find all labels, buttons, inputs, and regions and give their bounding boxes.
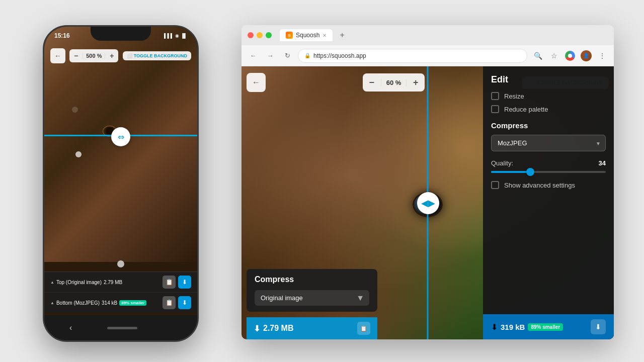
phone-size-badge: 89% smaller — [119, 300, 146, 306]
squoosh-source-select[interactable]: Original image — [255, 290, 369, 306]
squoosh-quality-label: Quality: — [491, 159, 513, 167]
phone-battery-icon: ▐▌ — [181, 33, 187, 38]
squoosh-original-file-size: 2.79 MB — [263, 324, 293, 333]
browser-window: S Squoosh ✕ + ← → ↻ 🔒 https://squoosh.ap… — [242, 25, 614, 339]
squoosh-compare-handle[interactable]: ◀▶ — [417, 192, 439, 214]
squoosh-advanced-settings-row: Show advanced settings — [491, 181, 606, 189]
squoosh-quality-slider-thumb[interactable] — [526, 168, 534, 176]
browser-new-tab-button[interactable]: + — [337, 31, 347, 40]
squoosh-zoom-controls: − 60 % + — [363, 73, 425, 92]
phone-file-size-original: 2.79 MB — [104, 280, 122, 285]
phone-file-row-compressed: ▲ Bottom (MozJPEG) 314 kB 89% smaller 📋 … — [44, 292, 197, 313]
phone-file-label-original: ▲ Top (Original image) 2.79 MB — [50, 280, 122, 285]
phone-nav-bar: ‹ — [44, 315, 197, 340]
squoosh-zoom-out-button[interactable]: − — [363, 73, 381, 92]
squoosh-original-size-bar: ⬇ 2.79 MB 📋 — [247, 317, 377, 339]
phone-wifi-icon: ◉ — [175, 33, 179, 38]
phone-zoom-in-button[interactable]: + — [105, 49, 118, 62]
browser-bookmark-button[interactable]: ☆ — [547, 49, 560, 62]
phone-back-button[interactable]: ← — [50, 48, 65, 63]
squoosh-codec-select[interactable]: MozJPEG — [491, 135, 606, 151]
squoosh-quality-row: Quality: 34 — [491, 159, 606, 167]
browser-url: https://squoosh.app — [313, 52, 366, 59]
squoosh-copy-button-left[interactable]: 📋 — [357, 322, 370, 335]
squoosh-compress-select-wrap: Original image ▼ — [247, 288, 377, 312]
squoosh-quality-value: 34 — [599, 159, 606, 167]
squoosh-output-size-badge: 89% smaller — [528, 323, 563, 331]
phone-bottom-panel: ▲ Top (Original image) 2.79 MB 📋 ⬇ ▲ Bot… — [44, 272, 197, 313]
squoosh-resize-checkbox[interactable] — [491, 92, 499, 100]
browser-search-button[interactable]: 🔍 — [531, 49, 544, 62]
profile-avatar-image: 👤 — [581, 50, 592, 61]
phone-body: ← − 500 % + ⬜ TOGGLE BACKGROUND ⇔ — [43, 25, 199, 342]
squoosh-reduce-palette-label: Reduce palette — [504, 106, 548, 113]
squoosh-advanced-settings-checkbox[interactable] — [491, 181, 499, 189]
phone-file-name-original: Top (Original image) — [56, 280, 102, 285]
squoosh-output-download-button[interactable]: ⬇ — [591, 319, 606, 334]
squoosh-zoom-value: 60 % — [381, 79, 407, 86]
browser-tab-title: Squoosh — [296, 32, 319, 39]
browser-minimize-button[interactable] — [257, 32, 263, 38]
browser-tab-squoosh[interactable]: S Squoosh ✕ — [280, 29, 333, 41]
browser-maximize-button[interactable] — [266, 32, 272, 38]
phone-copy-icon-original[interactable]: 📋 — [163, 276, 176, 289]
phone-file-chevron-1: ▲ — [50, 280, 54, 285]
browser-addressbar: ← → ↻ 🔒 https://squoosh.app 🔍 ☆ 👤 ⋮ — [242, 45, 614, 66]
phone-file-label-compressed: ▲ Bottom (MozJPEG) 314 kB 89% smaller — [50, 300, 146, 306]
phone-status-icons: ▌▌▌ ◉ ▐▌ — [164, 33, 187, 38]
squoosh-quality-slider-track[interactable] — [491, 171, 606, 173]
browser-back-nav-button[interactable]: ← — [247, 49, 260, 62]
phone-toggle-background-button[interactable]: ⬜ TOGGLE BACKGROUND — [123, 51, 191, 60]
squoosh-download-icon-left[interactable]: ⬇ — [254, 324, 260, 333]
squoosh-advanced-settings-label: Show advanced settings — [504, 182, 575, 189]
squoosh-output-size-bar: ⬇ 319 kB 89% smaller ⬇ — [483, 314, 614, 339]
squoosh-compress-section-title: Compress — [491, 121, 606, 130]
squoosh-output-dl-icon[interactable]: ⬇ — [491, 322, 498, 332]
squoosh-original-size-display: ⬇ 2.79 MB — [254, 324, 293, 333]
browser-refresh-button[interactable]: ↻ — [281, 49, 294, 62]
phone-file-chevron-2: ▲ — [50, 301, 54, 305]
browser-profile-avatar[interactable]: 👤 — [580, 49, 593, 62]
phone-zoom-out-button[interactable]: − — [69, 49, 83, 62]
squoosh-edit-title: Edit — [491, 74, 606, 85]
squoosh-reduce-palette-row: Reduce palette — [491, 105, 606, 113]
phone-toggle-bg-label: TOGGLE BACKGROUND — [134, 53, 187, 58]
browser-lock-icon: 🔒 — [304, 53, 310, 58]
phone-signal-icon: ▌▌▌ — [164, 33, 174, 38]
phone-dog-highlight — [72, 107, 78, 113]
phone-file-row-original: ▲ Top (Original image) 2.79 MB 📋 ⬇ — [44, 272, 197, 292]
browser-address-bar[interactable]: 🔒 https://squoosh.app — [298, 49, 527, 63]
phone-copy-icon-compressed[interactable]: 📋 — [163, 296, 176, 309]
phone-zoom-controls: − 500 % + — [69, 49, 118, 62]
phone-file-size-compressed: 314 kB — [102, 300, 117, 306]
phone-status-bar: 15:16 ▌▌▌ ◉ ▐▌ — [54, 31, 187, 41]
browser-chrome-icon[interactable] — [564, 49, 577, 62]
avatar-initial: 👤 — [583, 53, 589, 58]
phone-file-actions-original: 📋 ⬇ — [163, 276, 191, 289]
phone-compare-handle[interactable]: ⇔ — [111, 127, 130, 146]
browser-forward-nav-button[interactable]: → — [264, 49, 277, 62]
browser-traffic-lights — [248, 32, 272, 38]
squoosh-zoom-in-button[interactable]: + — [407, 73, 425, 92]
phone-toolbar: ← − 500 % + ⬜ TOGGLE BACKGROUND — [44, 46, 197, 66]
squoosh-back-button[interactable]: ← — [247, 73, 266, 92]
phone-dot-1 — [75, 151, 82, 157]
phone-screen: ← − 500 % + ⬜ TOGGLE BACKGROUND ⇔ — [44, 27, 197, 340]
squoosh-right-panel: Edit Resize Reduce palette Compress MozJ… — [483, 66, 614, 339]
squoosh-reduce-palette-checkbox[interactable] — [491, 105, 499, 113]
chrome-logo — [565, 51, 575, 61]
browser-close-button[interactable] — [248, 32, 254, 38]
browser-content: ← − 60 % + ⬜ TOGGLE BACKGROUND ◀▶ Compre… — [242, 66, 614, 339]
phone-file-name-compressed: Bottom (MozJPEG) — [56, 300, 100, 306]
browser-tab-favicon: S — [286, 32, 293, 39]
squoosh-resize-row: Resize — [491, 92, 606, 100]
phone-download-icon-compressed[interactable]: ⬇ — [178, 296, 191, 309]
squoosh-compress-panel: Compress Original image ▼ — [247, 269, 377, 312]
squoosh-output-file-size: 319 kB — [501, 323, 525, 331]
browser-menu-button[interactable]: ⋮ — [596, 49, 609, 62]
phone-home-indicator — [107, 327, 137, 329]
browser-tab-close[interactable]: ✕ — [323, 33, 327, 38]
browser-titlebar: S Squoosh ✕ + — [242, 25, 614, 45]
squoosh-codec-select-wrap: MozJPEG ▼ — [491, 135, 606, 151]
phone-download-icon-original[interactable]: ⬇ — [178, 276, 191, 289]
